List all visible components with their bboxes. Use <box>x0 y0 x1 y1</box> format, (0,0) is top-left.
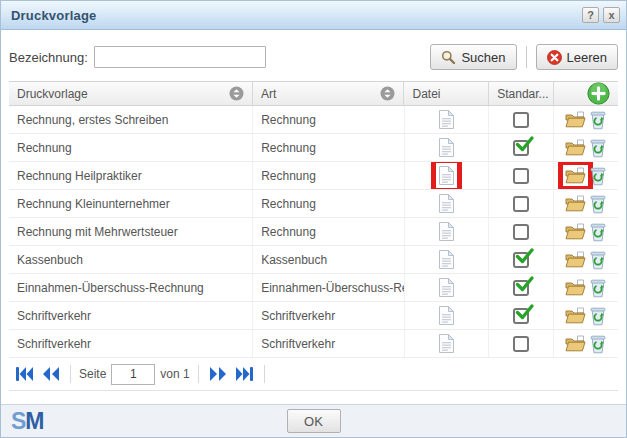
column-header-datei[interactable]: Datei <box>404 82 489 105</box>
row-art: Einnahmen-Überschuss-Rec... <box>253 274 404 301</box>
table-row[interactable]: Rechnung Rechnung <box>9 134 618 162</box>
previous-page-icon[interactable] <box>40 363 62 385</box>
close-icon[interactable]: x <box>603 7 620 23</box>
table-row[interactable]: Schriftverkehr Schriftverkehr <box>9 302 618 330</box>
recycle-bin-icon[interactable] <box>589 278 607 298</box>
recycle-bin-icon[interactable] <box>589 110 607 130</box>
standard-checkbox[interactable] <box>513 140 529 156</box>
row-druckvorlage: Schriftverkehr <box>9 302 253 329</box>
open-folder-icon[interactable] <box>565 195 586 212</box>
row-druckvorlage: Rechnung Kleinunternehmer <box>9 190 253 217</box>
sort-both-icon[interactable] <box>380 86 395 101</box>
column-header-actions <box>554 82 618 105</box>
column-header-art[interactable]: Art <box>253 82 404 105</box>
document-icon[interactable] <box>438 109 455 130</box>
standard-checkbox[interactable] <box>513 112 529 128</box>
add-plus-icon[interactable] <box>587 82 610 105</box>
recycle-bin-icon[interactable] <box>589 138 607 158</box>
row-druckvorlage: Rechnung, erstes Schreiben <box>9 106 253 133</box>
recycle-bin-icon[interactable] <box>589 306 607 326</box>
recycle-bin-icon[interactable] <box>589 166 607 186</box>
open-folder-icon[interactable] <box>565 279 586 296</box>
magnifier-icon <box>441 50 456 65</box>
druckvorlage-table: Druckvorlage Art Datei Standar... <box>9 81 618 391</box>
standard-checkbox[interactable] <box>513 280 529 296</box>
document-icon[interactable] <box>438 137 455 158</box>
table-row[interactable]: Kassenbuch Kassenbuch <box>9 246 618 274</box>
druckvorlage-dialog: Druckvorlage ? x Bezeichnung: Suchen <box>0 0 627 438</box>
recycle-bin-icon[interactable] <box>589 334 607 354</box>
row-art: Rechnung <box>253 162 404 189</box>
page-number-input[interactable] <box>111 364 155 385</box>
first-page-icon[interactable] <box>13 363 35 385</box>
table-row[interactable]: Rechnung Heilpraktiker Rechnung <box>9 162 618 190</box>
ok-button[interactable]: OK <box>287 409 341 433</box>
open-folder-icon[interactable] <box>565 111 586 128</box>
row-art: Rechnung <box>253 106 404 133</box>
von-label: von 1 <box>160 367 189 381</box>
document-icon[interactable] <box>438 333 455 354</box>
red-cross-icon <box>547 50 562 65</box>
suchen-button[interactable]: Suchen <box>430 44 516 70</box>
row-art: Rechnung <box>253 134 404 161</box>
row-druckvorlage: Kassenbuch <box>9 246 253 273</box>
open-folder-icon[interactable] <box>565 251 586 268</box>
row-art: Kassenbuch <box>253 246 404 273</box>
recycle-bin-icon[interactable] <box>589 194 607 214</box>
sort-both-icon[interactable] <box>229 86 244 101</box>
row-art: Rechnung <box>253 218 404 245</box>
document-icon[interactable] <box>438 277 455 298</box>
row-druckvorlage: Rechnung Heilpraktiker <box>9 162 253 189</box>
open-folder-icon[interactable] <box>565 167 586 184</box>
seite-label: Seite <box>79 367 106 381</box>
standard-checkbox[interactable] <box>513 252 529 268</box>
dialog-titlebar[interactable]: Druckvorlage ? x <box>1 1 626 30</box>
recycle-bin-icon[interactable] <box>589 250 607 270</box>
table-row[interactable]: Schriftverkehr Schriftverkehr <box>9 330 618 358</box>
search-row: Bezeichnung: Suchen <box>9 44 618 70</box>
bezeichnung-input[interactable] <box>94 46 266 68</box>
standard-checkbox[interactable] <box>513 336 529 352</box>
document-icon[interactable] <box>438 221 455 242</box>
pager-separator <box>264 365 265 383</box>
document-icon[interactable] <box>438 165 455 186</box>
row-art: Schriftverkehr <box>253 302 404 329</box>
pager-separator <box>198 365 199 383</box>
open-folder-icon[interactable] <box>565 223 586 240</box>
leeren-button[interactable]: Leeren <box>536 44 618 70</box>
dialog-footer: SM OK <box>1 404 626 437</box>
document-icon[interactable] <box>438 193 455 214</box>
column-header-druckvorlage[interactable]: Druckvorlage <box>9 82 253 105</box>
row-druckvorlage: Rechnung <box>9 134 253 161</box>
standard-checkbox[interactable] <box>513 168 529 184</box>
row-druckvorlage: Einnahmen-Überschuss-Rechnung <box>9 274 253 301</box>
pager-separator <box>70 365 71 383</box>
row-druckvorlage: Schriftverkehr <box>9 330 253 357</box>
table-row[interactable]: Rechnung, erstes Schreiben Rechnung <box>9 106 618 134</box>
open-folder-icon[interactable] <box>565 307 586 324</box>
suchen-label: Suchen <box>461 50 505 65</box>
pagination-bar: Seite von 1 <box>9 358 618 390</box>
sm-logo: SM <box>11 410 44 433</box>
document-icon[interactable] <box>438 305 455 326</box>
column-header-standard[interactable]: Standar... <box>489 82 554 105</box>
row-art: Schriftverkehr <box>253 330 404 357</box>
dialog-title: Druckvorlage <box>11 8 97 23</box>
help-icon[interactable]: ? <box>582 7 599 23</box>
leeren-label: Leeren <box>567 50 607 65</box>
row-druckvorlage: Rechnung mit Mehrwertsteuer <box>9 218 253 245</box>
standard-checkbox[interactable] <box>513 196 529 212</box>
standard-checkbox[interactable] <box>513 224 529 240</box>
open-folder-icon[interactable] <box>565 139 586 156</box>
recycle-bin-icon[interactable] <box>589 222 607 242</box>
table-row[interactable]: Rechnung mit Mehrwertsteuer Rechnung <box>9 218 618 246</box>
open-folder-icon[interactable] <box>565 335 586 352</box>
standard-checkbox[interactable] <box>513 308 529 324</box>
button-separator <box>526 46 527 68</box>
last-page-icon[interactable] <box>234 363 256 385</box>
table-row[interactable]: Rechnung Kleinunternehmer Rechnung <box>9 190 618 218</box>
next-page-icon[interactable] <box>207 363 229 385</box>
table-header: Druckvorlage Art Datei Standar... <box>9 81 618 106</box>
document-icon[interactable] <box>438 249 455 270</box>
table-row[interactable]: Einnahmen-Überschuss-Rechnung Einnahmen-… <box>9 274 618 302</box>
